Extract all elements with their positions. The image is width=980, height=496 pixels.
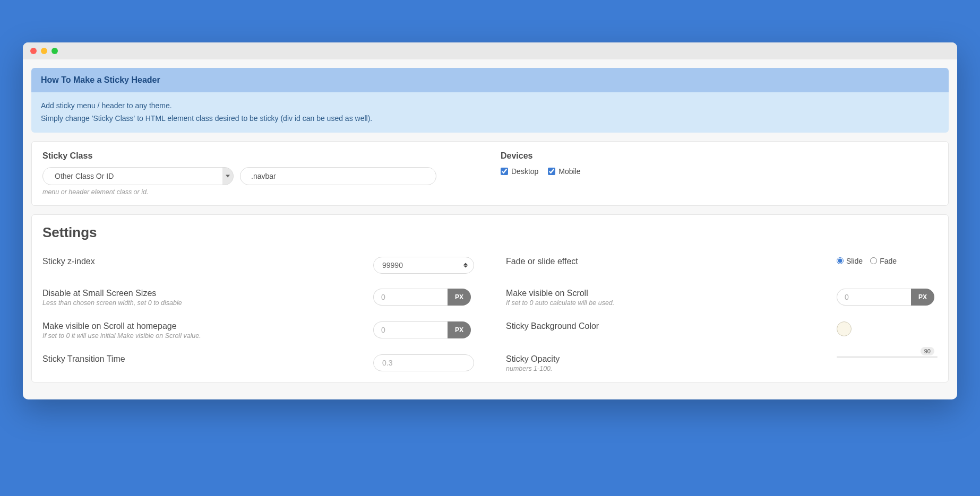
visible-home-input[interactable] bbox=[373, 321, 448, 338]
info-line-1: Add sticky menu / header to any theme. bbox=[41, 100, 939, 112]
visible-scroll-hint: If set to 0 auto calculate will be used. bbox=[506, 299, 614, 307]
visible-scroll-label: Make visible on Scroll bbox=[506, 289, 614, 298]
sticky-class-label: Sticky Class bbox=[42, 151, 479, 161]
slide-radio[interactable] bbox=[837, 257, 844, 264]
visible-home-hint: If set to 0 it will use initial Make vis… bbox=[42, 332, 201, 340]
setting-opacity: Sticky Opacity numbers 1-100. 90 bbox=[506, 354, 938, 372]
titlebar bbox=[23, 42, 957, 59]
disable-small-input[interactable] bbox=[373, 289, 448, 306]
slide-radio-label: Slide bbox=[846, 257, 863, 265]
bg-color-swatch[interactable] bbox=[837, 321, 852, 336]
info-line-2: Simply change 'Sticky Class' to HTML ele… bbox=[41, 112, 939, 125]
fade-radio[interactable] bbox=[870, 257, 877, 264]
sticky-class-input[interactable] bbox=[240, 167, 436, 185]
slide-radio-wrap[interactable]: Slide bbox=[837, 257, 863, 265]
devices-label: Devices bbox=[501, 151, 938, 161]
fade-radio-wrap[interactable]: Fade bbox=[870, 257, 897, 265]
settings-card: Settings Sticky z-index Fade bbox=[31, 214, 949, 382]
visible-home-label: Make visible on Scroll at homepage bbox=[42, 321, 201, 331]
disable-small-hint: Less than chosen screen width, set 0 to … bbox=[42, 299, 182, 307]
setting-transition: Sticky Transition Time bbox=[42, 354, 474, 372]
content-area: How To Make a Sticky Header Add sticky m… bbox=[23, 59, 957, 399]
info-panel-title: How To Make a Sticky Header bbox=[31, 68, 949, 92]
desktop-checkbox[interactable] bbox=[501, 168, 508, 175]
setting-disable-small: Disable at Small Screen Sizes Less than … bbox=[42, 289, 474, 307]
visible-scroll-input[interactable] bbox=[837, 289, 911, 306]
transition-label: Sticky Transition Time bbox=[42, 354, 125, 364]
px-unit-badge: PX bbox=[911, 289, 934, 306]
disable-small-label: Disable at Small Screen Sizes bbox=[42, 289, 182, 298]
setting-bg-color: Sticky Background Color bbox=[506, 321, 938, 340]
desktop-checkbox-wrap[interactable]: Desktop bbox=[501, 167, 538, 176]
info-panel-body: Add sticky menu / header to any theme. S… bbox=[31, 92, 949, 133]
opacity-value-bubble: 90 bbox=[921, 347, 934, 355]
window-minimize-button[interactable] bbox=[41, 48, 47, 54]
opacity-label: Sticky Opacity bbox=[506, 354, 560, 364]
fade-radio-label: Fade bbox=[880, 257, 897, 265]
devices-section: Devices Desktop Mobile bbox=[501, 151, 938, 196]
setting-z-index: Sticky z-index bbox=[42, 257, 474, 274]
opacity-hint: numbers 1-100. bbox=[506, 365, 560, 372]
opacity-slider[interactable]: 90 bbox=[837, 354, 938, 358]
setting-visible-home: Make visible on Scroll at homepage If se… bbox=[42, 321, 474, 340]
settings-title: Settings bbox=[42, 224, 938, 241]
effect-label: Fade or slide effect bbox=[506, 257, 578, 266]
sticky-class-card: Sticky Class Other Class Or ID menu or h… bbox=[31, 141, 949, 206]
sticky-class-select[interactable]: Other Class Or ID bbox=[42, 167, 234, 185]
mobile-checkbox-wrap[interactable]: Mobile bbox=[548, 167, 580, 176]
desktop-checkbox-label: Desktop bbox=[511, 167, 538, 176]
mobile-checkbox[interactable] bbox=[548, 168, 555, 175]
app-window: How To Make a Sticky Header Add sticky m… bbox=[23, 42, 957, 399]
mobile-checkbox-label: Mobile bbox=[558, 167, 580, 176]
window-zoom-button[interactable] bbox=[51, 48, 58, 54]
setting-effect: Fade or slide effect Slide Fade bbox=[506, 257, 938, 274]
bg-color-label: Sticky Background Color bbox=[506, 321, 599, 331]
sticky-class-section: Sticky Class Other Class Or ID menu or h… bbox=[42, 151, 479, 196]
window-close-button[interactable] bbox=[30, 48, 37, 54]
px-unit-badge: PX bbox=[448, 289, 471, 306]
z-index-label: Sticky z-index bbox=[42, 257, 95, 266]
z-index-input[interactable] bbox=[373, 257, 474, 274]
sticky-class-hint: menu or header element class or id. bbox=[42, 188, 479, 196]
info-panel: How To Make a Sticky Header Add sticky m… bbox=[31, 68, 949, 133]
transition-input[interactable] bbox=[373, 354, 474, 371]
setting-visible-scroll: Make visible on Scroll If set to 0 auto … bbox=[506, 289, 938, 307]
px-unit-badge: PX bbox=[448, 321, 471, 338]
